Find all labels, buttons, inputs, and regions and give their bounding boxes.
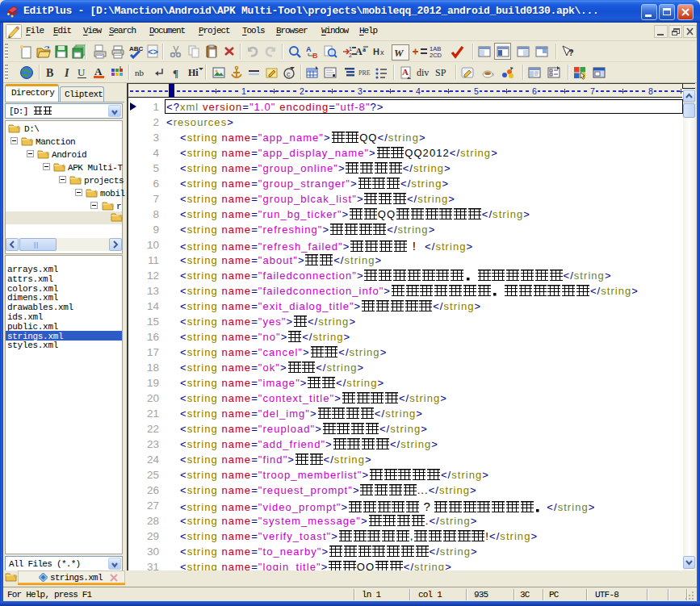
svg-text:A: A xyxy=(355,46,363,57)
svg-text:A: A xyxy=(306,45,312,53)
svg-text:¶: ¶ xyxy=(173,67,178,79)
svg-text:B: B xyxy=(46,67,53,79)
svg-text:A: A xyxy=(94,65,103,77)
svg-text:div: div xyxy=(417,67,429,78)
svg-text:2CD: 2CD xyxy=(430,52,442,59)
svg-text:1: 1 xyxy=(349,46,352,52)
svg-text:SP: SP xyxy=(435,67,446,78)
svg-text:H: H xyxy=(373,47,379,56)
svg-text:A: A xyxy=(402,67,409,77)
svg-text:PRE: PRE xyxy=(358,69,371,77)
svg-text:nb: nb xyxy=(135,68,145,77)
svg-text:W: W xyxy=(394,47,404,59)
svg-text:2: 2 xyxy=(349,52,352,58)
svg-text:ABC: ABC xyxy=(129,45,143,52)
svg-text:U: U xyxy=(78,66,86,78)
svg-text:B: B xyxy=(312,52,318,59)
svg-text:x: x xyxy=(380,48,384,56)
svg-text:Hi: Hi xyxy=(188,67,199,78)
svg-text:<>: <> xyxy=(148,47,158,56)
svg-text:I: I xyxy=(64,67,69,79)
svg-text:?: ? xyxy=(568,48,574,57)
svg-text:c: c xyxy=(287,70,291,78)
